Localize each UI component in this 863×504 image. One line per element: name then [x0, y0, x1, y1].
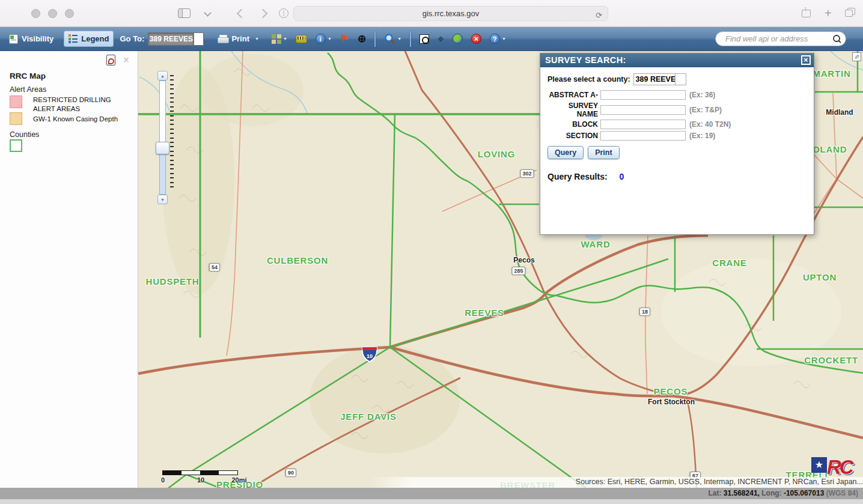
url-text: gis.rrc.texas.gov [422, 9, 480, 18]
rrc-logo: RC [811, 454, 856, 480]
print-caret-icon [255, 37, 259, 41]
crosshair-button[interactable] [358, 32, 366, 45]
abstract-hint: (Ex: 36) [689, 91, 715, 99]
layers-grid-icon [272, 34, 281, 44]
city-label-fort-stockton: Fort Stockton [648, 398, 695, 406]
county-label-loving: LOVING [478, 149, 515, 159]
legend-title: RRC Map [10, 71, 46, 80]
sidebar-toggle-icon[interactable] [178, 8, 191, 18]
legend-section-counties: Counties [10, 130, 39, 139]
print-icon [218, 35, 228, 43]
overview-map-toggle-icon[interactable] [852, 52, 861, 61]
interstate-number: 10 [367, 353, 373, 359]
basemap-icon [296, 35, 307, 43]
goto-input[interactable] [148, 32, 194, 46]
visibility-label: Visibility [22, 34, 53, 43]
zoom-slider-thumb[interactable] [156, 142, 169, 154]
app-toolbar: Visibility Legend Go To: Print i ? [0, 27, 863, 51]
well-search-input[interactable] [716, 34, 832, 43]
county-label-crockett: CROCKETT [804, 355, 858, 365]
county-select-input[interactable] [633, 73, 675, 85]
clear-red-x-icon [471, 34, 481, 44]
flag-button[interactable] [340, 32, 349, 45]
layers-caret-icon [283, 37, 287, 41]
route-shield-302: 302 [520, 169, 534, 178]
survey-name-input[interactable] [600, 105, 686, 115]
dialog-header[interactable]: SURVEY SEARCH: [540, 53, 814, 67]
gps-locate-button[interactable] [438, 32, 444, 46]
sidebar-close-icon[interactable] [123, 54, 129, 66]
page-load-icon[interactable]: | [279, 8, 288, 18]
lat-value: 31.568241, [724, 489, 760, 497]
scale-label-0: 0 [161, 476, 165, 484]
zoom-in-button[interactable] [157, 71, 168, 80]
dialog-title: SURVEY SEARCH: [545, 55, 626, 65]
tabs-overview-icon[interactable] [845, 8, 855, 17]
survey-search-dialog: SURVEY SEARCH: Please select a county: A… [540, 53, 814, 235]
chevron-down-icon[interactable] [204, 9, 212, 17]
layers-grid-button[interactable] [272, 34, 287, 44]
scale-bar [162, 470, 238, 475]
info-caret-icon [328, 37, 332, 41]
toolbar-separator [374, 31, 376, 47]
zoom-slider-track[interactable] [159, 80, 166, 195]
basemap-button[interactable] [296, 35, 307, 43]
county-label-culberson: CULBERSON [267, 255, 328, 266]
zoom-slider[interactable] [156, 71, 171, 204]
county-label-jeff-davis: JEFF DAVIS [340, 411, 397, 422]
long-value: -105.067013 [784, 489, 824, 497]
flag-icon [340, 32, 349, 45]
section-label: SECTION [546, 132, 600, 140]
window-close-button[interactable] [31, 9, 40, 18]
scale-label-20mi: 20mi [231, 476, 246, 484]
section-input[interactable] [600, 131, 686, 141]
county-label-hudspeth: HUDSPETH [146, 276, 200, 287]
new-tab-icon[interactable]: + [825, 7, 832, 20]
share-icon[interactable] [802, 7, 810, 17]
globe-icon [453, 34, 463, 44]
forward-button[interactable] [258, 9, 268, 19]
zoom-out-button[interactable] [157, 195, 168, 204]
legend-button[interactable]: Legend [64, 31, 114, 47]
reload-icon[interactable] [596, 8, 602, 23]
legend-section-alert-areas: Alert Areas [10, 85, 46, 94]
help-caret-icon [502, 37, 506, 41]
block-label: BLOCK [546, 120, 600, 129]
print-button[interactable]: Print [213, 31, 263, 46]
back-button[interactable] [237, 9, 246, 19]
restricted-drilling-swatch [10, 96, 22, 108]
datum-label: (WGS 84) [826, 489, 858, 497]
identify-button[interactable]: i [316, 34, 332, 44]
texas-star-icon [811, 457, 827, 473]
legend-item-label: RESTRICTED DRILLING ALERT AREAS [33, 96, 130, 114]
abstract-input[interactable] [600, 90, 686, 100]
full-extent-button[interactable] [419, 34, 429, 44]
section-hint: (Ex: 19) [689, 132, 715, 140]
print-label: Print [231, 34, 249, 43]
address-bar[interactable]: gis.rrc.texas.gov [293, 6, 608, 21]
query-results-label: Query Results: [547, 172, 608, 181]
search-icon[interactable] [832, 34, 841, 44]
long-label: Long: [761, 489, 781, 497]
county-combo-dropdown[interactable] [675, 73, 686, 85]
visibility-icon [9, 34, 18, 44]
clear-button[interactable] [471, 34, 481, 44]
goto-dropdown[interactable] [194, 32, 204, 46]
county-label-upton: UPTON [803, 272, 837, 282]
well-search-box[interactable] [715, 31, 846, 46]
block-input[interactable] [600, 120, 686, 129]
county-label-pecos: PECOS [654, 386, 688, 396]
extent-icon [419, 34, 429, 44]
window-zoom-button[interactable] [65, 9, 74, 18]
county-label-ward: WARD [581, 239, 610, 249]
visibility-button[interactable]: Visibility [5, 31, 58, 47]
zoom-tool-button[interactable] [384, 33, 401, 44]
map-attribution: Sources: Esri, HERE, Garmin, USGS, Inter… [370, 477, 863, 488]
globe-button[interactable] [453, 34, 463, 44]
query-button[interactable]: Query [547, 146, 584, 159]
print-results-button[interactable]: Print [588, 146, 619, 159]
help-button[interactable]: ? [490, 34, 506, 44]
pdf-export-icon[interactable] [106, 55, 115, 65]
close-icon[interactable] [801, 55, 811, 65]
window-minimize-button[interactable] [48, 9, 57, 18]
